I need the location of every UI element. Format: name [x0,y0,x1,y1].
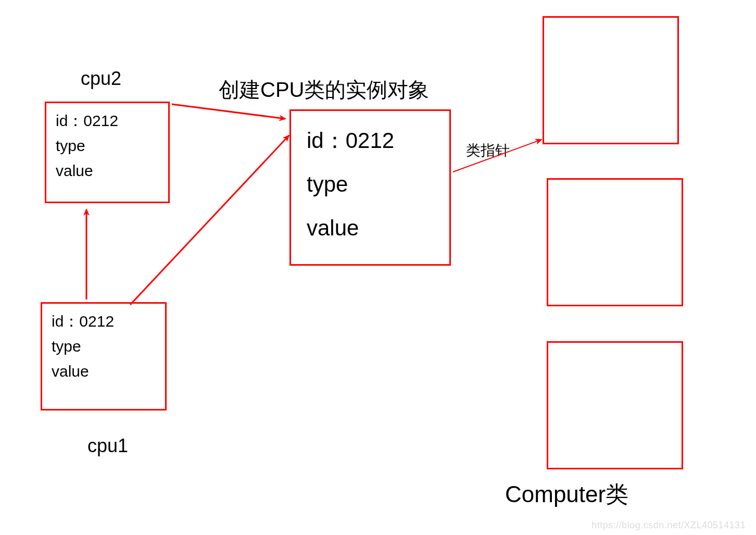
cpu1-id: id：0212 [52,309,156,334]
cpu1-value: value [52,359,156,384]
arrow-cpu2-to-instance [172,104,285,119]
computer-class-label: Computer类 [505,479,628,510]
cpu1-type: type [52,334,156,359]
instance-title: 创建CPU类的实例对象 [219,76,429,104]
cpu1-fields: id：0212 type value [42,304,165,389]
instance-box: id：0212 type value [289,109,451,266]
cpu2-type: type [56,133,159,158]
cpu2-fields: id：0212 type value [46,103,168,189]
cpu1-box: id：0212 type value [41,302,167,410]
instance-id: id：0212 [307,119,434,163]
cpu1-label: cpu1 [87,435,128,457]
instance-fields: id：0212 type value [291,111,449,258]
cpu2-label: cpu2 [81,68,121,90]
cpu-class-box [543,16,679,144]
cpu2-value: value [56,158,159,183]
class-pointer-label: 类指针 [466,141,510,160]
cpu2-id: id：0212 [56,108,159,133]
computer-class-box [547,341,683,469]
instance-value: value [307,206,434,250]
watermark: https://blog.csdn.net/XZL40514131 [591,520,746,531]
cpu2-box: id：0212 type value [45,102,170,203]
disk-class-box [547,178,683,306]
instance-type: type [307,163,434,206]
